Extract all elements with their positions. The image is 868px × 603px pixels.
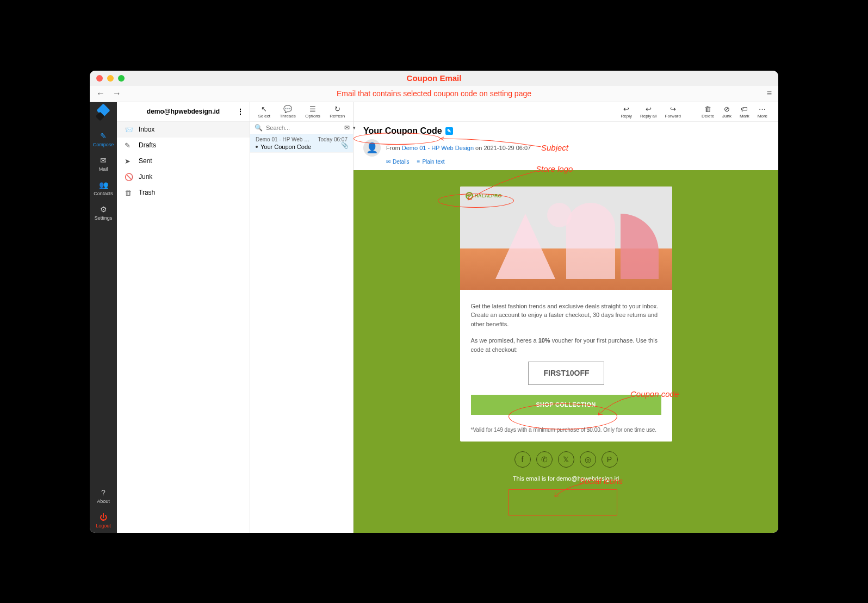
hero-shape-arch [566, 203, 615, 279]
message-toolbar: ↖Select 💬Threads ☰Options ↻Refresh [250, 102, 353, 122]
search-row: 🔍 ✉ ▾ [250, 122, 353, 134]
from-link[interactable]: Demo 01 - HP Web Design [402, 145, 474, 151]
inbox-icon: 📨 [125, 126, 133, 134]
message-subject: Your Coupon Code [261, 144, 311, 150]
account-menu-button[interactable]: ⋮ [237, 107, 244, 116]
search-mail-icon[interactable]: ✉ [344, 124, 350, 132]
app-logo [95, 105, 111, 122]
email-paragraph-1: Get the latest fashion trends and exclus… [471, 302, 661, 329]
toolbar-refresh-button[interactable]: ↻Refresh [330, 105, 345, 119]
junk-icon: 🚫 [125, 173, 133, 181]
folder-trash-label: Trash [139, 189, 155, 196]
sent-icon: ➤ [125, 157, 133, 165]
twitter-icon[interactable]: 𝕏 [558, 451, 574, 468]
sidebar-mail[interactable]: ✉Mail [90, 152, 117, 176]
sidebar-about-label: About [97, 499, 110, 504]
date-prefix: on [475, 145, 482, 151]
mark-button[interactable]: 🏷Mark [740, 105, 749, 119]
pinterest-icon[interactable]: P [602, 451, 618, 468]
sidebar-contacts-label: Contacts [94, 191, 113, 196]
toolbar-threads-button[interactable]: 💬Threads [280, 105, 295, 119]
maximize-window-button[interactable] [118, 75, 125, 82]
junk-label: Junk [722, 114, 731, 119]
email-date: 2021-10-29 06:07 [483, 145, 531, 151]
search-input[interactable] [266, 125, 341, 131]
email-subject: Your Coupon Code ✎ [363, 126, 453, 136]
details-link[interactable]: ✉ Details [386, 159, 410, 165]
message-item[interactable]: Demo 01 - HP Web …Today 06:07 Your Coupo… [250, 134, 353, 153]
preview-header: Your Coupon Code ✎ 👤 From Demo 01 - HP W… [354, 122, 778, 170]
more-button[interactable]: ⋯More [758, 105, 767, 119]
trash-icon: 🗑 [125, 189, 133, 197]
plaintext-link[interactable]: ≡ Plain text [417, 159, 445, 165]
hero-shape-quarter [621, 214, 659, 279]
toolbar-options-button[interactable]: ☰Options [305, 105, 320, 119]
folder-drafts[interactable]: ✎Drafts [117, 138, 250, 153]
folder-trash[interactable]: 🗑Trash [117, 185, 250, 201]
toolbar-options-label: Options [305, 114, 320, 119]
folder-junk-label: Junk [139, 173, 152, 181]
account-header: demo@hpwebdesign.id ⋮ [117, 102, 250, 122]
delete-icon: 🗑 [704, 105, 711, 113]
traffic-lights [96, 75, 125, 82]
nav-back-button[interactable]: ← [96, 89, 105, 98]
message-sender: Demo 01 - HP Web … [256, 136, 309, 142]
valid-text: *Valid for 149 days with a minimum purch… [460, 422, 672, 442]
folder-inbox-label: Inbox [139, 126, 154, 133]
reply-all-icon: ↩ [646, 105, 652, 113]
delete-button[interactable]: 🗑Delete [702, 105, 714, 119]
account-email: demo@hpwebdesign.id [147, 108, 220, 115]
minimize-window-button[interactable] [107, 75, 114, 82]
sidebar-compose[interactable]: ✎Compose [90, 127, 117, 152]
junk-toolbar-icon: ⊘ [724, 105, 730, 113]
app-sidebar: ✎Compose ✉Mail 👥Contacts ⚙Settings ?Abou… [90, 102, 117, 533]
mark-label: Mark [740, 114, 749, 119]
coupon-code-box: FIRST10OFF [528, 362, 604, 385]
search-icon: 🔍 [255, 124, 263, 132]
reply-all-button[interactable]: ↩Reply all [640, 105, 657, 119]
sidebar-compose-label: Compose [93, 142, 114, 147]
sidebar-settings[interactable]: ⚙Settings [90, 201, 117, 225]
compose-icon: ✎ [100, 132, 107, 140]
facebook-icon[interactable]: f [514, 451, 531, 468]
folder-inbox[interactable]: 📨Inbox [117, 122, 250, 138]
unread-indicator [256, 146, 258, 148]
edit-subject-icon[interactable]: ✎ [445, 127, 453, 135]
titlebar: Coupon Email [90, 71, 778, 86]
toolbar-select-button[interactable]: ↖Select [258, 105, 270, 119]
sidebar-logout[interactable]: ⏻Logout [90, 508, 117, 533]
window-title: Coupon Email [407, 73, 462, 83]
sidebar-logout-label: Logout [96, 523, 111, 529]
folder-sent[interactable]: ➤Sent [117, 153, 250, 169]
whatsapp-icon[interactable]: ✆ [536, 451, 553, 468]
preview-toolbar: ↩Reply ↩Reply all ↪Forward 🗑Delete ⊘Junk… [354, 102, 778, 122]
menu-button[interactable]: ≡ [767, 89, 772, 98]
sidebar-mail-label: Mail [99, 166, 108, 172]
shop-collection-button[interactable]: SHOP COLLECTION [471, 395, 661, 415]
folder-drafts-label: Drafts [139, 141, 156, 149]
folder-junk[interactable]: 🚫Junk [117, 169, 250, 185]
reply-label: Reply [621, 114, 631, 119]
email-card: HP HALALPRO Get the latest fashion trend… [460, 187, 672, 442]
contacts-icon: 👥 [99, 181, 108, 189]
message-list-pane: ↖Select 💬Threads ☰Options ↻Refresh 🔍 ✉ ▾… [250, 102, 354, 533]
reply-icon: ↩ [623, 105, 629, 113]
sidebar-contacts[interactable]: 👥Contacts [90, 176, 117, 201]
folder-pane: demo@hpwebdesign.id ⋮ 📨Inbox ✎Drafts ➤Se… [117, 102, 250, 533]
from-label: From [386, 145, 400, 151]
forward-icon: ↪ [670, 105, 676, 113]
email-paragraph-2: As we promised, heres a 10% voucher for … [471, 336, 661, 354]
more-label: More [758, 114, 767, 119]
forward-button[interactable]: ↪Forward [665, 105, 681, 119]
app-window: Coupon Email ← → Email that contains sel… [90, 71, 778, 533]
about-icon: ? [101, 488, 106, 497]
reply-button[interactable]: ↩Reply [621, 105, 631, 119]
sidebar-about[interactable]: ?About [90, 484, 117, 508]
message-preview-pane: ↩Reply ↩Reply all ↪Forward 🗑Delete ⊘Junk… [354, 102, 778, 533]
junk-button[interactable]: ⊘Junk [722, 105, 731, 119]
close-window-button[interactable] [96, 75, 103, 82]
nav-forward-button[interactable]: → [113, 89, 121, 98]
instagram-icon[interactable]: ◎ [580, 451, 596, 468]
nav-toolbar: ← → Email that contains selected coupon … [90, 86, 778, 102]
email-subject-text: Your Coupon Code [363, 126, 442, 136]
